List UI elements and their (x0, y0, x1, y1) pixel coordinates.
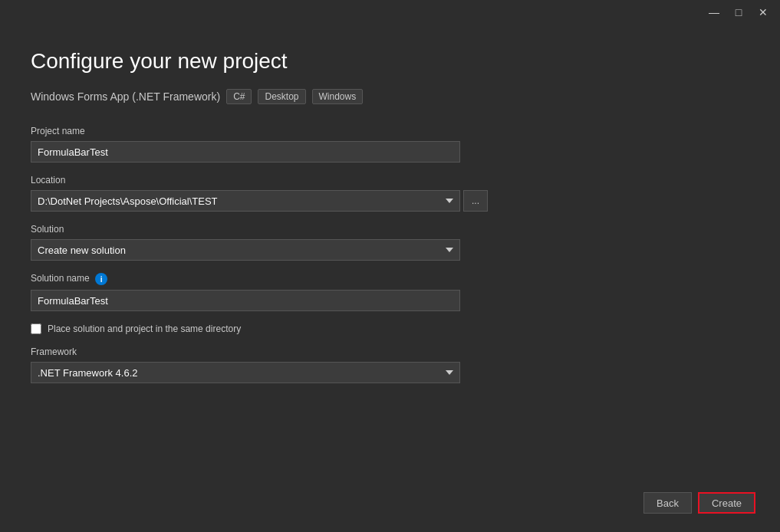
same-directory-row: Place solution and project in the same d… (31, 323, 749, 334)
browse-button[interactable]: ... (463, 190, 488, 212)
maximize-button[interactable]: □ (728, 2, 749, 23)
solution-name-label: Solution name i (31, 273, 749, 285)
project-name-input[interactable] (31, 141, 460, 163)
location-row: D:\DotNet Projects\Aspose\Official\TEST … (31, 190, 749, 212)
footer: Back Create (0, 480, 780, 532)
form-section: Project name Location D:\DotNet Projects… (31, 126, 749, 383)
framework-select[interactable]: .NET Framework 4.6.2 .NET Framework 4.7 … (31, 362, 460, 383)
create-button[interactable]: Create (698, 492, 755, 514)
back-button[interactable]: Back (643, 492, 692, 514)
main-content: Configure your new project Windows Forms… (0, 25, 780, 480)
configure-project-window: — □ ✕ Configure your new project Windows… (0, 0, 780, 532)
solution-select[interactable]: Create new solution Add to solution Crea… (31, 239, 460, 261)
solution-name-input[interactable] (31, 290, 460, 311)
same-directory-checkbox[interactable] (31, 323, 41, 334)
framework-label: Framework (31, 346, 749, 357)
location-label: Location (31, 175, 749, 186)
tag-desktop: Desktop (258, 89, 305, 104)
solution-label: Solution (31, 224, 749, 235)
close-button[interactable]: ✕ (752, 2, 774, 23)
tag-csharp: C# (226, 89, 252, 104)
title-bar: — □ ✕ (0, 0, 780, 25)
same-directory-label: Place solution and project in the same d… (48, 323, 241, 334)
tag-windows: Windows (312, 89, 364, 104)
project-type-row: Windows Forms App (.NET Framework) C# De… (31, 89, 749, 104)
solution-name-info-icon[interactable]: i (95, 273, 107, 285)
project-type-name: Windows Forms App (.NET Framework) (31, 90, 220, 103)
project-name-label: Project name (31, 126, 749, 136)
page-title: Configure your new project (31, 49, 749, 74)
location-select[interactable]: D:\DotNet Projects\Aspose\Official\TEST (31, 190, 460, 212)
minimize-button[interactable]: — (703, 2, 725, 23)
